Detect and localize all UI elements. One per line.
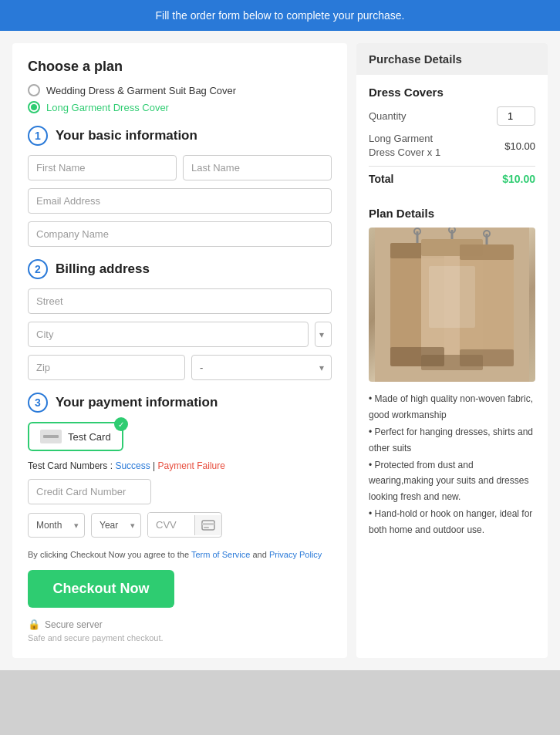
cvv-icon: [194, 515, 221, 535]
terms-prefix: By clicking Checkout Now you agree to th…: [28, 550, 191, 559]
company-input[interactable]: [28, 221, 332, 247]
name-row: [28, 155, 332, 180]
month-select[interactable]: Month: [28, 513, 85, 538]
left-panel: Choose a plan Wedding Dress & Garment Su…: [12, 43, 347, 658]
plan-details-title: Plan Details: [369, 207, 535, 220]
test-card-numbers-label: Test Card Numbers :: [28, 460, 115, 471]
dress-covers-title: Dress Covers: [369, 86, 535, 99]
test-card-info: Test Card Numbers : Success | Payment Fa…: [28, 460, 332, 471]
product-image: [369, 228, 535, 382]
failure-link[interactable]: Payment Failure: [158, 460, 225, 471]
company-row: [28, 221, 332, 247]
pd-divider: [369, 166, 535, 167]
plan-details-section: Plan Details: [356, 196, 548, 550]
country-select[interactable]: Country: [315, 322, 332, 347]
street-row: [28, 288, 332, 314]
svg-rect-2: [204, 527, 209, 528]
city-country-row: Country: [28, 322, 332, 347]
plan-option-1-label: Wedding Dress & Garment Suit Bag Cover: [46, 85, 236, 96]
secure-payment-text: Safe and secure payment checkout.: [28, 633, 332, 642]
step3-header: 3 Your payment information: [28, 393, 332, 413]
month-select-wrapper: Month: [28, 513, 85, 538]
terms-text: By clicking Checkout Now you agree to th…: [28, 550, 332, 559]
terms-of-service-link[interactable]: Term of Service: [191, 550, 250, 559]
cc-number-row: [28, 479, 332, 512]
item-label: Long Garment Dress Cover x 1: [369, 132, 461, 160]
first-name-input[interactable]: [28, 155, 177, 180]
purchase-details-header: Purchase Details: [356, 43, 548, 75]
step1-header: 1 Your basic information: [28, 126, 332, 146]
secure-server-label: Secure server: [45, 619, 103, 630]
top-banner: Fill the order form below to complete yo…: [0, 0, 560, 31]
item-row: Long Garment Dress Cover x 1 $10.00: [369, 132, 535, 160]
quantity-label: Quantity: [369, 110, 406, 122]
right-panel: Purchase Details Dress Covers Quantity L…: [356, 43, 548, 658]
quantity-input[interactable]: [497, 106, 535, 126]
last-name-input[interactable]: [183, 155, 332, 180]
terms-middle: and: [252, 550, 268, 559]
email-row: [28, 188, 332, 214]
state-select-wrapper: -: [191, 355, 332, 380]
email-input[interactable]: [28, 188, 332, 214]
bullet-item: Hand-hold or hook on hanger, ideal for b…: [369, 506, 535, 538]
total-row: Total $10.00: [369, 173, 535, 185]
lock-icon: 🔒: [28, 619, 40, 630]
choose-plan-title: Choose a plan: [28, 59, 332, 75]
step3-label: Your payment information: [56, 395, 218, 410]
svg-rect-1: [202, 523, 214, 525]
bullet-item: Perfect for hanging dresses, shirts and …: [369, 424, 535, 456]
country-select-wrapper: Country: [315, 322, 332, 347]
street-input[interactable]: [28, 288, 332, 314]
main-content: Choose a plan Wedding Dress & Garment Su…: [0, 31, 560, 670]
state-select[interactable]: -: [191, 355, 332, 380]
total-label: Total: [369, 173, 393, 185]
svg-rect-15: [390, 347, 444, 366]
plan-option-2-label: Long Garment Dress Cover: [46, 102, 169, 113]
page-wrapper: Fill the order form below to complete yo…: [0, 0, 560, 670]
privacy-policy-link[interactable]: Privacy Policy: [269, 550, 322, 559]
zip-input[interactable]: [28, 355, 185, 380]
svg-rect-13: [429, 266, 475, 328]
radio-option-2-selected[interactable]: [28, 101, 40, 113]
step2-label: Billing address: [56, 261, 150, 277]
plan-option-2[interactable]: Long Garment Dress Cover: [28, 101, 332, 113]
payment-row: Month Year: [28, 512, 332, 538]
secure-info: 🔒 Secure server: [28, 619, 332, 630]
cvv-wrapper: [147, 512, 222, 538]
year-select[interactable]: Year: [91, 513, 141, 538]
step2-number: 2: [28, 259, 48, 279]
city-input[interactable]: [28, 322, 309, 347]
step3-number: 3: [28, 393, 48, 413]
banner-text: Fill the order form below to complete yo…: [156, 9, 405, 22]
zip-state-row: -: [28, 355, 332, 380]
item-price: $10.00: [504, 140, 535, 152]
step1-number: 1: [28, 126, 48, 146]
card-label: Test Card: [68, 431, 111, 443]
svg-rect-11: [460, 244, 514, 260]
svg-rect-16: [460, 349, 514, 366]
step1-label: Your basic information: [56, 128, 197, 143]
bullet-item: Made of high quality non-woven fabric, g…: [369, 391, 535, 423]
card-option[interactable]: Test Card ✓: [28, 422, 123, 451]
bullet-list: Made of high quality non-woven fabric, g…: [369, 391, 535, 538]
total-price: $10.00: [502, 173, 535, 185]
cvv-input[interactable]: [148, 513, 194, 537]
checkout-button[interactable]: Checkout Now: [28, 570, 174, 608]
step2-header: 2 Billing address: [28, 259, 332, 279]
card-icon: [40, 430, 62, 443]
quantity-row: Quantity: [369, 106, 535, 126]
year-select-wrapper: Year: [91, 513, 141, 538]
bullet-item: Protected from dust and wearing,making y…: [369, 457, 535, 504]
plan-option-1[interactable]: Wedding Dress & Garment Suit Bag Cover: [28, 84, 332, 96]
card-check-icon: ✓: [114, 417, 128, 431]
radio-option-1[interactable]: [28, 84, 40, 96]
cc-number-input[interactable]: [28, 479, 151, 504]
success-link[interactable]: Success: [115, 460, 150, 471]
purchase-details-body: Dress Covers Quantity Long Garment Dress…: [356, 75, 548, 196]
card-icon-inner: [43, 435, 59, 438]
